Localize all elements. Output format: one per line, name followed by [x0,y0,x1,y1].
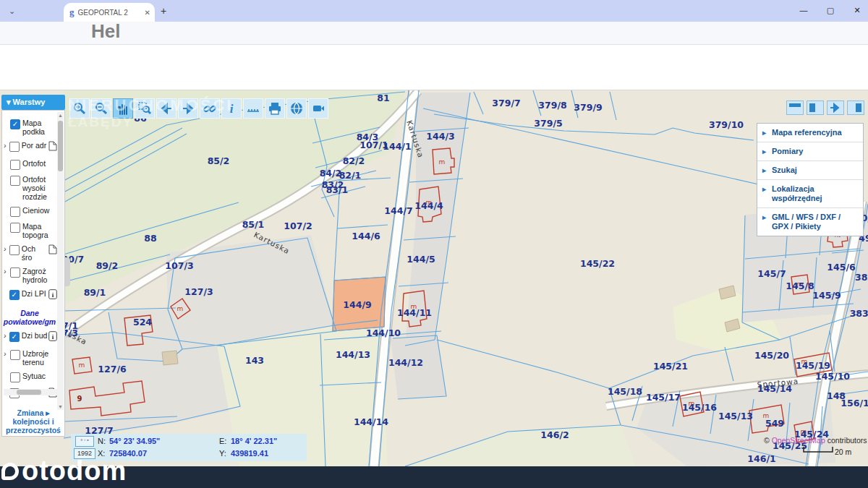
expand-icon[interactable]: › [4,141,9,150]
openstreetmap-link[interactable]: OpenStreetMap [772,436,825,445]
layers-panel-header[interactable]: ▾ Warstwy [1,95,65,110]
watermark-text: Hel [91,20,120,43]
parcel-label: 145/8 [786,281,814,291]
parcel-label: 144/14 [354,416,388,427]
vertical-scrollbar[interactable]: ▲ ▼ [57,112,64,410]
layer-checkbox[interactable] [9,142,20,152]
site-header: GEOBID Polska.geoportal2.pl PomocRegulam… [0,45,868,90]
layer-label: Mapa topogra [22,222,53,239]
layer-checkbox[interactable]: ✓ [9,290,20,300]
layer-label: Cieniow [22,206,53,215]
layer-label: Mapa podkła [22,119,53,136]
layer-item-sytuac: ›Sytuac [4,372,57,382]
panel-arrow-layout-icon[interactable] [827,100,844,115]
panel-collapse-handle[interactable] [65,257,70,286]
parcel-label: 145/21 [653,361,688,372]
y-label: Y: [219,449,226,458]
menu-item-lokalizacja-współrzędnej[interactable]: ▸Lokalizacja współrzędnej [757,179,863,207]
expand-icon[interactable]: › [4,244,9,253]
window-minimize-button[interactable]: — [793,3,814,17]
menu-item-szukaj[interactable]: ▸Szukaj [757,160,863,179]
layer-checkbox[interactable] [10,207,20,217]
menu-item-label: Lokalizacja współrzędnej [772,184,822,202]
dms-toggle-button[interactable]: ° ' ″ [75,436,94,447]
expand-icon[interactable]: › [4,349,10,358]
parcel-label: 145/17 [646,392,681,403]
horizontal-scrollbar[interactable] [4,389,57,395]
layer-checkbox[interactable] [10,372,20,382]
parcel-label: 524 [133,317,152,328]
scrollbar-thumb[interactable] [58,121,63,171]
parcel-label: 383 [855,272,868,283]
parcel-label: 379/5 [534,118,562,129]
parcel-label: 144/3 [426,131,454,142]
layer-order-link[interactable]: Zmiana ▸ kolejności i przezroczystoś [2,408,64,435]
layer-checkbox[interactable]: ✓ [10,119,20,129]
map-attribution: © OpenStreetMap contributors [764,436,867,445]
parcel-label: 156/1 [841,398,868,408]
menu-item-mapa-referencyjna[interactable]: ▸Mapa referencyjna [757,124,863,142]
parcel-label: 127/6 [98,364,127,374]
layout-icons [786,100,864,115]
parcel-label: 144/7 [384,205,412,216]
camera-tool-button[interactable] [308,98,328,119]
browser-tab-strip: ⌄ g GEOPORTAL 2 ✕ + — ▢ ✕ [0,0,868,22]
parcel-label: 89/1 [84,287,106,298]
menu-item-label: GML / WFS / DXF / GPX / Pikiety [772,213,841,231]
layer-item-mapa-topogra: ›Mapa topogra [4,222,57,239]
layer-label: Uzbroje terenu [22,349,53,367]
measure-tool-button[interactable] [243,98,263,119]
expand-icon[interactable]: › [4,331,9,340]
chevron-right-icon: ▸ [762,147,766,156]
menu-item-label: Szukaj [772,166,797,174]
map-canvas[interactable]: mmmmm9mmmmmmmKartuskaKartuskaKartuskaSpo… [0,90,868,466]
parcel-label: 145/16 [682,402,717,413]
menu-item-label: Pomiary [772,147,803,155]
layer-checkbox[interactable]: ✓ [9,332,20,342]
taskbar: OW☎ 1 A/C Wersow i Friz potwie... 14:591… [0,466,868,488]
legend-doc-icon[interactable] [48,244,57,257]
scale-bar [803,446,833,453]
building-label: m [439,158,446,166]
expand-icon[interactable]: › [4,267,10,275]
parcel-label: 144/13 [336,349,370,360]
legend-doc-icon[interactable] [48,141,57,154]
menu-item-gml-wfs-dxf-gpx-pikiety[interactable]: ▸GML / WFS / DXF / GPX / Pikiety [757,207,863,236]
layer-checkbox[interactable] [10,267,20,278]
print-tool-button[interactable] [265,98,285,119]
parcel-label: 145/22 [580,258,615,269]
globe-tool-button[interactable] [286,98,307,119]
layer-checkbox[interactable] [10,350,20,360]
tab-search-icon[interactable]: ⌄ [6,5,18,17]
menu-item-pomiary[interactable]: ▸Pomiary [757,142,863,160]
scrollbar-thumb[interactable] [17,390,41,395]
parcel-label: 145/19 [796,360,830,371]
parcel-label: 379/8 [538,100,566,111]
browser-tab[interactable]: g GEOPORTAL 2 ✕ [64,3,155,22]
new-tab-button[interactable]: + [161,5,166,17]
parcel-label: 85/2 [208,155,230,166]
window-close-button[interactable]: ✕ [846,3,868,17]
panel-top-layout-icon[interactable] [786,100,804,115]
y-value: 439819.41 [231,449,268,458]
panel-right-layout-icon[interactable] [847,100,864,115]
tab-close-icon[interactable]: ✕ [145,9,150,17]
north-label: N: [98,437,106,445]
site-favicon: g [69,7,75,18]
scroll-up-icon[interactable]: ▲ [57,113,64,118]
layer-checkbox[interactable] [9,245,20,255]
layer-item-dzi-lpi: ›✓Dzi LPIi [4,289,57,302]
parcel-label: 127/3 [184,286,213,297]
window-maximize-button[interactable]: ▢ [820,3,841,17]
layer-info-icon[interactable]: i [48,331,57,344]
layer-label: Sytuac [22,372,53,380]
layer-label: Dzi bud [22,331,48,340]
layer-item-uzbroje-terenu: ›Uzbroje terenu [4,349,57,367]
layer-checkbox[interactable] [10,176,20,186]
layer-checkbox[interactable] [10,223,20,233]
layer-info-icon[interactable]: i [48,289,57,302]
building-label: 9 [77,395,82,403]
layer-checkbox[interactable] [10,160,20,170]
layer-label: Zagroż hydrolo [22,267,53,284]
panel-left-layout-icon[interactable] [807,100,824,115]
